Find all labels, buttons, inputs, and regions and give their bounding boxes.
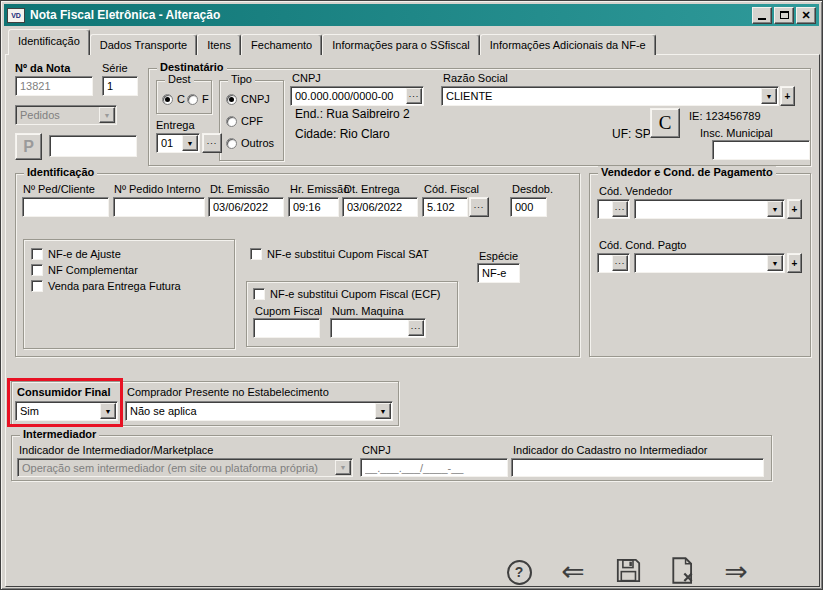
venda-entrega-futura-checkbox[interactable]: Venda para Entrega Futura	[31, 280, 181, 292]
radio-label: CNPJ	[241, 93, 270, 105]
indicador-intermediador-combo[interactable]: Operação sem intermediador (em site ou p…	[17, 458, 353, 477]
endereco-text: End.: Rua Saibreiro 2	[295, 107, 410, 121]
tab-fechamento[interactable]: Fechamento	[241, 34, 322, 55]
dt-entrega-field[interactable]: 03/06/2022	[342, 197, 418, 217]
cod-fiscal-field[interactable]: 5.102	[422, 197, 468, 217]
minimize-button[interactable]	[752, 7, 772, 24]
ped-cliente-field[interactable]	[22, 197, 109, 217]
insc-municipal-field[interactable]	[712, 140, 810, 160]
radio-icon	[226, 138, 237, 149]
tab-informacoes-adicionais[interactable]: Informações Adicionais da NF-e	[480, 34, 656, 55]
razao-social-combo[interactable]: CLIENTE ▼	[441, 86, 779, 106]
pedidos-combo[interactable]: Pedidos ▼	[15, 105, 117, 125]
previous-button[interactable]: ⇐	[554, 554, 592, 590]
p-button[interactable]: P	[15, 133, 42, 160]
tab-itens[interactable]: Itens	[197, 34, 241, 55]
cod-fiscal-lookup-button[interactable]: ...	[469, 197, 489, 217]
comprador-dropdown-arrow-icon[interactable]: ▼	[375, 403, 391, 419]
razao-add-button[interactable]: +	[780, 86, 795, 106]
tipo-radio-cpf[interactable]: CPF	[226, 115, 263, 127]
num-maquina-label: Num. Maquina	[332, 305, 404, 317]
num-maquina-field[interactable]: ...	[330, 318, 426, 338]
cond-pagto-combo[interactable]: ▼	[634, 253, 785, 273]
dest-label: Dest	[165, 73, 194, 85]
tab-identificacao[interactable]: Identificação	[8, 29, 90, 55]
help-button[interactable]: ?	[500, 554, 538, 590]
entrega-combo[interactable]: 01 ▼	[156, 133, 200, 153]
serie-field[interactable]: 1	[102, 76, 138, 96]
insc-municipal-label: Insc. Municipal	[700, 127, 773, 139]
vendedor-dropdown-arrow-icon[interactable]: ▼	[767, 201, 783, 217]
consumidor-final-combo[interactable]: Sim ▼	[15, 401, 118, 421]
dest-radio-f[interactable]: F	[187, 93, 209, 105]
consumidor-dropdown-arrow-icon[interactable]: ▼	[100, 403, 116, 419]
cond-pagto-dropdown-arrow-icon[interactable]: ▼	[767, 255, 783, 271]
cod-vendedor-field[interactable]: ...	[597, 199, 630, 219]
tab-informacoes-ssfiscal[interactable]: Informações para o SSfiscal	[322, 34, 480, 55]
radio-label: C	[177, 93, 185, 105]
tipo-radio-outros[interactable]: Outros	[226, 137, 274, 149]
comprador-presente-combo[interactable]: Não se aplica ▼	[125, 401, 393, 421]
cod-vendedor-lookup-button[interactable]: ...	[612, 201, 628, 217]
indicador-dropdown-arrow-icon[interactable]: ▼	[335, 460, 351, 475]
numero-nota-field[interactable]: 13821	[15, 76, 93, 96]
cond-pagto-lookup-button[interactable]: ...	[612, 255, 628, 271]
tipo-label: Tipo	[228, 73, 255, 85]
checkbox-icon	[250, 248, 262, 260]
dest-radio-c[interactable]: C	[162, 93, 185, 105]
tab-dados-transporte[interactable]: Dados Transporte	[90, 34, 197, 55]
maximize-icon	[780, 11, 789, 19]
vendedor-combo[interactable]: ▼	[634, 199, 785, 219]
next-button[interactable]: ⇒	[717, 554, 755, 590]
pedidos-dropdown-arrow-icon[interactable]: ▼	[99, 107, 115, 123]
radio-label: CPF	[241, 115, 263, 127]
pedido-interno-field[interactable]	[113, 197, 205, 217]
floppy-disk-icon	[615, 557, 642, 587]
cod-cond-pagto-field[interactable]: ...	[597, 253, 630, 273]
especie-field[interactable]: NF-e	[477, 263, 520, 283]
cidade-text: Cidade: Rio Claro	[295, 127, 390, 141]
arrow-right-icon: ⇒	[724, 558, 747, 586]
sat-checkbox[interactable]: NF-e substitui Cupom Fiscal SAT	[250, 248, 429, 260]
close-button[interactable]: ✕	[796, 7, 816, 24]
checkbox-label: NF-e de Ajuste	[48, 248, 121, 260]
ecf-checkbox[interactable]: NF-e substitui Cupom Fiscal (ECF)	[253, 288, 441, 300]
entrega-dropdown-arrow-icon[interactable]: ▼	[182, 135, 198, 151]
dt-emissao-field[interactable]: 03/06/2022	[208, 197, 284, 217]
razao-social-label: Razão Social	[443, 72, 508, 84]
nfe-ajuste-checkbox[interactable]: NF-e de Ajuste	[31, 248, 121, 260]
nf-complementar-checkbox[interactable]: NF Complementar	[31, 264, 138, 276]
busca-field[interactable]	[49, 135, 137, 157]
dt-emissao-label: Dt. Emissão	[210, 183, 269, 195]
checkbox-label: NF-e substitui Cupom Fiscal (ECF)	[270, 288, 441, 300]
cupom-fiscal-field[interactable]	[253, 318, 320, 338]
indicador-cadastro-field[interactable]	[511, 458, 764, 477]
arrow-left-icon: ⇐	[561, 558, 584, 586]
document-cancel-icon	[670, 557, 695, 587]
desdob-label: Desdob.	[512, 183, 553, 195]
ped-cliente-label: Nº Ped/Cliente	[23, 183, 95, 195]
comprador-presente-label: Comprador Presente no Estabelecimento	[127, 386, 329, 398]
tipo-radio-cnpj[interactable]: CNPJ	[226, 93, 270, 105]
ie-text: IE: 123456789	[689, 110, 761, 122]
num-maquina-lookup-button[interactable]: ...	[408, 320, 424, 336]
intermediador-cnpj-field[interactable]: __.___.___/____-__	[360, 458, 508, 477]
cnpj-lookup-button[interactable]: ...	[406, 88, 422, 104]
cliente-button[interactable]: C	[650, 108, 680, 138]
radio-icon	[226, 94, 237, 105]
save-button[interactable]	[609, 554, 647, 590]
cond-pagto-add-button[interactable]: +	[787, 253, 802, 273]
indicador-intermediador-label: Indicador de Intermediador/Marketplace	[19, 444, 213, 456]
maximize-button[interactable]	[774, 7, 794, 24]
vendedor-add-button[interactable]: +	[787, 199, 802, 219]
cupom-fiscal-label: Cupom Fiscal	[255, 305, 322, 317]
desdob-field[interactable]: 000	[510, 197, 547, 217]
cnpj-field[interactable]: 00.000.000/0000-00 ...	[290, 86, 424, 106]
razao-dropdown-arrow-icon[interactable]: ▼	[761, 88, 777, 104]
entrega-lookup-button[interactable]: ...	[202, 133, 222, 153]
hr-emissao-field[interactable]: 09:16	[288, 197, 339, 217]
serie-label: Série	[102, 62, 128, 74]
nfe-window: VD Nota Fiscal Eletrônica - Alteração ✕ …	[0, 0, 823, 590]
title-bar[interactable]: VD Nota Fiscal Eletrônica - Alteração ✕	[4, 4, 819, 26]
cancel-document-button[interactable]	[663, 554, 701, 590]
